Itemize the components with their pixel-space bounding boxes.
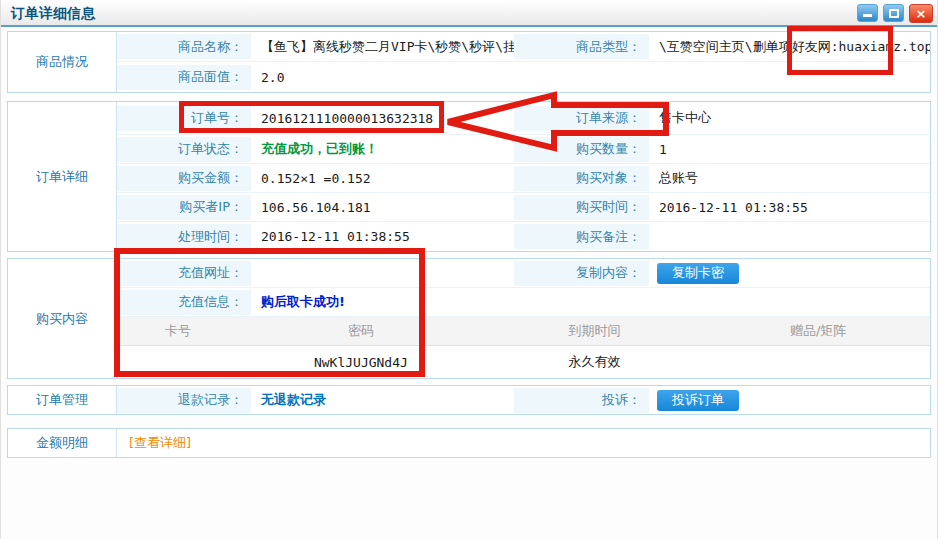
product-face-value: 2.0 [251,70,514,85]
row-refund: 退款记录： 无退款记录 投诉： 投诉订单 [117,386,930,414]
product-type-label: 商品类型： [514,34,649,59]
copy-content-label: 复制内容： [514,261,649,286]
card-password-value: NwKlJUJGNd4J [239,355,483,370]
view-detail-link[interactable]: [查看详细] [117,434,930,452]
row-order-status: 订单状态： 充值成功，已到账！ 购买数量： 1 [117,135,930,164]
order-status-label: 订单状态： [117,137,251,162]
refund-record-label: 退款记录： [117,388,251,413]
maximize-icon [889,9,899,18]
complaint-label: 投诉： [514,388,649,413]
row-product-name-type: 商品名称： 【鱼飞】离线秒赞二月VIP卡\秒赞\秒评\挂排 商品类型： \互赞空… [117,32,930,62]
complain-order-button[interactable]: 投诉订单 [657,390,739,411]
product-name-label: 商品名称： [117,34,251,59]
product-face-label: 商品面值： [117,65,251,90]
maximize-button[interactable] [883,4,904,22]
order-detail-dialog: 订单详细信息 × 商品情况 商品名称： 【鱼飞】离线秒赞二月VIP卡\秒赞\秒评… [0,0,938,539]
card-expiry-value: 永久有效 [483,353,707,371]
section-product-title: 商品情况 [8,32,117,92]
buyer-ip-label: 购买者IP： [117,195,251,220]
row-product-face-value: 商品面值： 2.0 [117,62,930,92]
buy-amount-value: 0.152×1 =0.152 [251,171,514,186]
product-name-value: 【鱼飞】离线秒赞二月VIP卡\秒赞\秒评\挂排 [251,38,514,56]
section-order-detail: 订单详细 订单号： 2016121110000013632318 订单来源： 售… [7,101,931,252]
buy-time-value: 2016-12-11 01:38:55 [649,200,930,215]
close-icon: × [916,6,927,21]
recharge-info-label: 充值信息： [117,290,251,315]
card-header-bonus: 赠品/矩阵 [706,322,930,340]
row-recharge-info: 充值信息： 购后取卡成功! [117,288,930,317]
row-process-time: 处理时间： 2016-12-11 01:38:55 购买备注： [117,222,930,251]
order-status-value: 充值成功，已到账！ [251,140,514,158]
close-button[interactable]: × [909,4,933,23]
buy-target-value: 总账号 [649,169,930,187]
recharge-url-label: 充值网址： [117,261,251,286]
row-recharge-url: 充值网址： 复制内容： 复制卡密 [117,259,930,288]
titlebar: 订单详细信息 × [1,0,937,27]
section-order-title: 订单详细 [8,102,117,251]
process-time-label: 处理时间： [117,224,251,249]
refund-record-value: 无退款记录 [251,391,514,409]
buy-quantity-value: 1 [649,142,930,157]
card-header-expiry: 到期时间 [483,322,707,340]
buyer-ip-value: 106.56.104.181 [251,200,514,215]
order-number-label: 订单号： [117,106,251,131]
row-amount-detail: [查看详细] [117,429,930,457]
row-order-number: 订单号： 2016121110000013632318 订单来源： 售卡中心 [117,102,930,135]
row-buyer-ip: 购买者IP： 106.56.104.181 购买时间： 2016-12-11 0… [117,193,930,222]
card-header-number: 卡号 [117,322,239,340]
card-header-password: 密码 [239,322,483,340]
card-table-row: NwKlJUJGNd4J 永久有效 [117,346,930,378]
card-table-header: 卡号 密码 到期时间 赠品/矩阵 [117,317,930,346]
section-purchase-content: 购买内容 充值网址： 复制内容： 复制卡密 充值信息： 购后取卡成功! 卡号 密… [7,258,931,379]
minimize-icon [863,14,872,17]
order-number-value: 2016121110000013632318 [251,111,514,126]
section-amount-detail: 金额明细 [查看详细] [7,428,931,458]
copy-card-secret-button[interactable]: 复制卡密 [657,263,739,284]
section-amount-title: 金额明细 [8,429,117,457]
section-manage-title: 订单管理 [8,386,117,414]
buy-amount-label: 购买金额： [117,166,251,191]
minimize-button[interactable] [857,4,878,22]
section-content-title: 购买内容 [8,259,117,378]
buy-target-label: 购买对象： [514,166,649,191]
product-type-value: \互赞空间主页\删单项好友网:huaxiamz.top(17517 [649,38,930,56]
buy-remark-label: 购买备注： [514,224,649,249]
process-time-value: 2016-12-11 01:38:55 [251,229,514,244]
order-source-label: 订单来源： [514,106,649,131]
row-buy-amount: 购买金额： 0.152×1 =0.152 购买对象： 总账号 [117,164,930,193]
buy-quantity-label: 购买数量： [514,137,649,162]
section-order-manage: 订单管理 退款记录： 无退款记录 投诉： 投诉订单 [7,385,931,415]
page-title: 订单详细信息 [11,5,95,23]
order-source-value: 售卡中心 [649,109,930,127]
window-controls: × [857,4,933,23]
recharge-info-value: 购后取卡成功! [251,293,514,311]
section-product-info: 商品情况 商品名称： 【鱼飞】离线秒赞二月VIP卡\秒赞\秒评\挂排 商品类型：… [7,31,931,93]
buy-time-label: 购买时间： [514,195,649,220]
